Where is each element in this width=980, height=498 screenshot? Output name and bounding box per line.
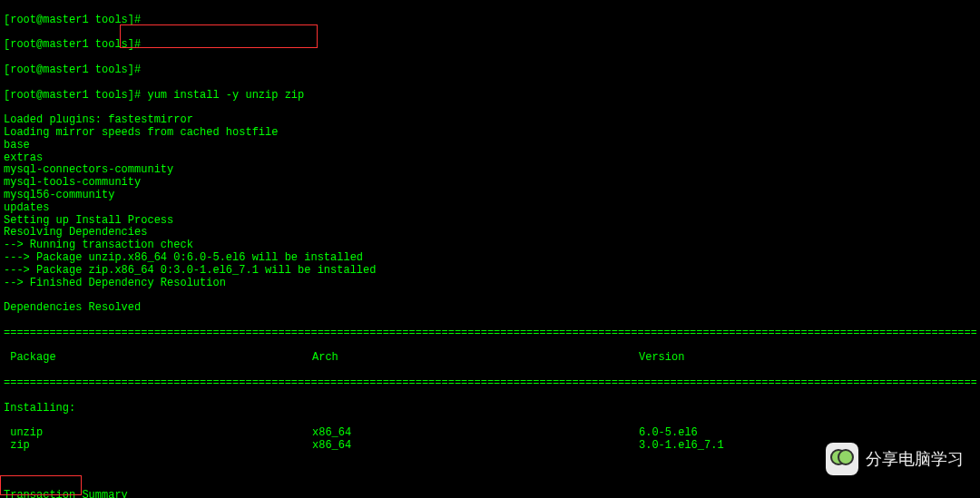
cell-arch: x86_64 xyxy=(312,440,639,453)
prompt-line: [root@master1 tools]# xyxy=(4,64,976,77)
output-line: mysql56-community xyxy=(4,190,976,202)
divider-line: ========================================… xyxy=(4,327,976,340)
output-line: --> Finished Dependency Resolution xyxy=(4,278,976,290)
output-line: Setting up Install Process xyxy=(4,215,976,228)
output-line: ---> Package unzip.x86_64 0:6.0-5.el6 wi… xyxy=(4,252,976,265)
prompt-line: [root@master1 tools]# xyxy=(4,39,976,52)
output-line xyxy=(4,289,976,302)
prompt-line: [root@master1 tools]# xyxy=(4,15,976,27)
cell-package: zip xyxy=(4,440,312,453)
output-block-top: Loaded plugins: fastestmirrorLoading mir… xyxy=(4,114,976,315)
col-arch-header: Arch xyxy=(312,352,639,365)
watermark-text: 分享电脑学习 xyxy=(866,450,964,469)
command-line: [root@master1 tools]# yum install -y unz… xyxy=(4,90,976,103)
output-line: base xyxy=(4,140,976,152)
watermark-icon xyxy=(826,443,858,475)
col-version-header: Version xyxy=(639,352,976,365)
output-line: mysql-tools-community xyxy=(4,177,976,190)
output-line: updates xyxy=(4,202,976,215)
cell-package: unzip xyxy=(4,427,312,440)
output-line: mysql-connectors-community xyxy=(4,164,976,177)
output-line: extras xyxy=(4,152,976,165)
output-line: Resolving Dependencies xyxy=(4,227,976,239)
col-package-header: Package xyxy=(4,352,312,365)
output-line: Loaded plugins: fastestmirror xyxy=(4,114,976,127)
terminal-window[interactable]: [root@master1 tools]# [root@master1 tool… xyxy=(0,0,980,498)
table-section: Installing: xyxy=(4,403,976,415)
output-line: ---> Package zip.x86_64 0:3.0-1.el6_7.1 … xyxy=(4,265,976,278)
cell-version: 6.0-5.el6 xyxy=(639,427,976,440)
divider-line: ========================================… xyxy=(4,377,976,390)
tx-summary-label: Transaction Summary xyxy=(4,490,976,498)
cell-arch: x86_64 xyxy=(312,427,639,440)
table-row: unzipx86_646.0-5.el6 xyxy=(4,427,976,440)
output-line: Loading mirror speeds from cached hostfi… xyxy=(4,127,976,140)
table-header-row: Package Arch Version xyxy=(4,352,976,365)
output-line: --> Running transaction check xyxy=(4,239,976,252)
output-line: Dependencies Resolved xyxy=(4,302,976,315)
watermark: 分享电脑学习 xyxy=(826,443,964,475)
